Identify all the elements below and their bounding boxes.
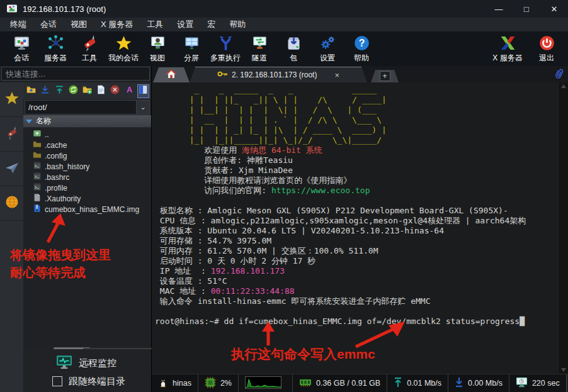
session-tab-close-icon[interactable]: × (334, 70, 339, 80)
parent-icon (33, 129, 42, 140)
toolbar-button-session[interactable]: 会话 (6, 34, 37, 64)
toolbar-button-multiexec[interactable]: 多重执行 (210, 34, 241, 64)
rail-tab-network[interactable] (0, 186, 23, 221)
status-cells: hinas 2% (152, 374, 567, 392)
toolbar-button-servers[interactable]: 服务器 (40, 34, 71, 64)
upload-speed-icon (394, 377, 402, 389)
tunnel-icon (251, 34, 268, 52)
status-cell-uptime[interactable]: 220 sec (509, 374, 567, 392)
file-toolbar-refresh-button[interactable] (67, 84, 79, 98)
file-toolbar-panel-toggle-button[interactable] (137, 84, 149, 98)
current-path-field[interactable]: /root/ (25, 100, 137, 115)
file-row-parent[interactable]: .. (23, 129, 151, 140)
toolbar-button-tools[interactable]: 工具 (74, 34, 105, 64)
download-speed-icon (455, 377, 463, 389)
remote-monitor-button[interactable]: 远程监控 (23, 353, 151, 373)
menu-item-view[interactable]: 视图 (64, 18, 93, 31)
close-button[interactable]: ✕ (540, 0, 568, 18)
session-tab-label: 2. 192.168.101.173 (root) (232, 70, 317, 79)
toolbar-button-exit[interactable]: 退出 (531, 34, 562, 64)
window-controls: — □ ✕ (485, 0, 568, 18)
uptime-icon (516, 377, 528, 389)
status-cell-cpu[interactable]: 2% (198, 374, 239, 392)
menu-item-sessions[interactable]: 会话 (34, 18, 63, 31)
new-folder-icon (82, 84, 93, 98)
file-row-dir-config[interactable]: .config (23, 150, 151, 161)
status-cell-upload-speed[interactable]: 0.01 Mb/s (387, 374, 448, 392)
file-toolbar-parent-dir-button[interactable] (25, 84, 37, 98)
file-toolbar-delete-button[interactable] (109, 84, 121, 98)
path-dropdown-button[interactable]: ⌄ (137, 100, 150, 115)
quick-connect-input[interactable] (1, 67, 150, 81)
refresh-icon (68, 84, 79, 98)
terminal-output: 欢迎使用 海纳思 64-bit 系统 原创作者: 神雕Teasiu 贡献者: X… (155, 145, 568, 327)
follow-terminal-label: 跟随终端目录 (69, 376, 125, 388)
minimize-button[interactable]: — (485, 0, 513, 18)
toolbar-left-group: 会话 服务器 工具 我的会话 视 (6, 34, 377, 64)
follow-terminal-checkbox[interactable] (52, 376, 62, 386)
file-row-xauthority[interactable]: .Xauthority (23, 193, 151, 204)
menu-item-macros[interactable]: 宏 (201, 18, 222, 31)
scroll-down-icon[interactable] (561, 368, 566, 372)
quick-connect-row (0, 66, 151, 82)
maximize-button[interactable]: □ (513, 0, 540, 18)
network-icon (4, 194, 20, 212)
menu-item-x-server[interactable]: X 服务器 (94, 18, 139, 31)
toolbar-button-packages[interactable]: 包 (278, 34, 309, 64)
file-row-emmc-image[interactable]: cumebox_hinas_EMMC.img (23, 204, 151, 215)
file-row-bash-history[interactable]: .bash_history (23, 161, 151, 172)
sort-direction-icon (26, 120, 32, 123)
toolbar-button-help[interactable]: ? 帮助 (346, 34, 377, 64)
exit-icon (538, 34, 555, 52)
home-tab[interactable] (153, 67, 190, 82)
servers-icon (47, 34, 64, 52)
rail-tab-tools[interactable] (0, 117, 23, 152)
toolbar-button-settings[interactable]: 设置 (312, 34, 343, 64)
terminal-scrollbar[interactable] (558, 82, 568, 374)
terminal[interactable]: _ _ _____ _ _ _____ | | | ||_ _|| \ | | … (152, 82, 568, 374)
new-tab-button[interactable]: + (371, 70, 399, 82)
session-tab[interactable]: 2. 192.168.101.173 (root) × (190, 67, 367, 82)
toolbar-button-tunnel[interactable]: 隧道 (244, 34, 275, 64)
paperclip-icon[interactable] (554, 67, 564, 82)
file-toolbar-rename-button[interactable]: A (123, 84, 135, 98)
file-toolbar-download-button[interactable] (39, 84, 51, 98)
toolbar-button-split[interactable]: 分屏 (176, 34, 207, 64)
status-cell-download-speed[interactable]: 0.00 Mb/s (448, 374, 509, 392)
menu-item-tools[interactable]: 工具 (140, 18, 169, 31)
file-row-bashrc[interactable]: .bashrc (23, 172, 151, 182)
help-icon: ? (353, 34, 370, 52)
app-window: 192.168.101.173 (root) — □ ✕ 终端 会话 视图 X … (0, 0, 568, 392)
sessions-icon (4, 91, 20, 108)
menu-item-terminal[interactable]: 终端 (4, 18, 33, 31)
menu-item-settings[interactable]: 设置 (171, 18, 200, 31)
file-list-header[interactable]: 名称 (23, 115, 151, 128)
file-toolbar-new-file-button[interactable] (95, 84, 107, 98)
xauthority-icon (33, 193, 42, 204)
file-toolbar-upload-button[interactable] (53, 84, 65, 98)
view-icon (149, 34, 166, 52)
rename-icon: A (124, 84, 135, 98)
path-row: /root/ ⌄ (23, 99, 151, 115)
sidebar: A /root/ ⌄ 名称 (0, 66, 152, 392)
file-list: .. .cache .config (23, 128, 151, 346)
rail-tab-sessions[interactable] (0, 82, 23, 117)
file-row-profile[interactable]: .profile (23, 182, 151, 193)
key-icon (217, 70, 228, 79)
status-cell-memory[interactable]: 0.36 GB / 0.91 GB (293, 374, 387, 392)
toolbar-button-my-sessions[interactable]: 我的会话 (108, 34, 139, 64)
status-cell-host[interactable]: hinas (152, 374, 198, 392)
file-toolbar-new-folder-button[interactable] (81, 84, 93, 98)
toolbar-button-x-server[interactable]: X 服务器 (492, 34, 523, 64)
remote-monitor-icon (56, 355, 72, 372)
scroll-up-icon[interactable] (561, 84, 566, 88)
rail-tab-macros[interactable] (0, 152, 23, 186)
plus-icon: + (380, 71, 390, 81)
toolbar-button-view[interactable]: 视图 (142, 34, 173, 64)
file-row-dir-cache[interactable]: .cache (23, 140, 151, 150)
status-cell-cpu-graph[interactable] (239, 374, 293, 392)
memory-icon (299, 378, 312, 389)
menu-item-help[interactable]: 帮助 (223, 18, 252, 31)
sidebar-rail (0, 82, 23, 392)
multiexec-icon (217, 34, 234, 52)
